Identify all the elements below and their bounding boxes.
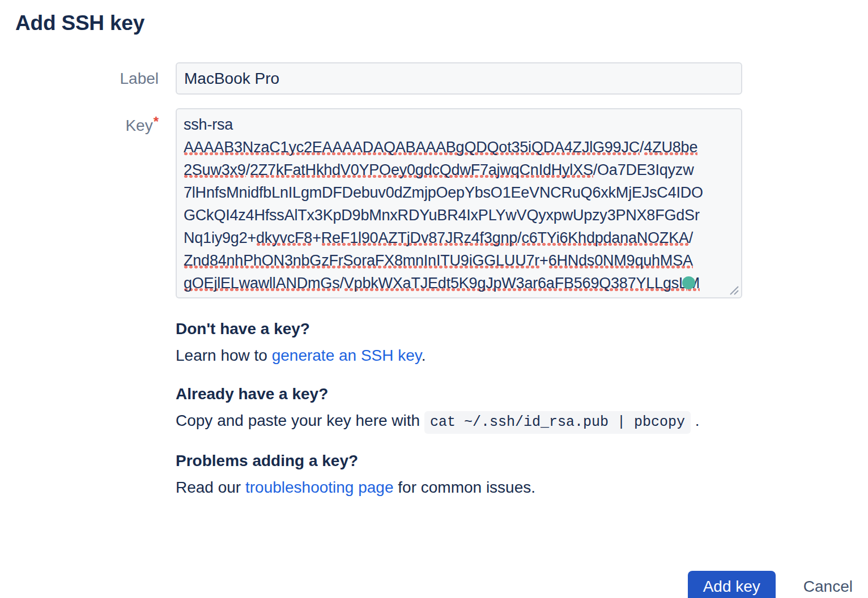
help-paragraph: Learn how to generate an SSH key. [176,344,853,367]
help-text: for common issues. [394,479,536,496]
key-text-misspelled: VpbkWXaTJEdt5K9gJpW3ar6aFB569Q387YLLgsL [344,275,687,292]
help-text: Read our [176,479,245,496]
add-ssh-key-page: Add SSH key Label Key* ssh-rsaAAAAB3NzaC… [0,0,868,598]
key-text: 7lHnfsMnidfbLnILgmDFDebuv0dZmjpOepYbsO1E… [184,184,703,201]
help-heading: Already have a key? [176,384,853,404]
key-text: ssh-rsa [184,116,233,133]
key-text: Nq1iy9g2+ [184,229,256,246]
generate-ssh-key-link[interactable]: generate an SSH key [272,347,422,364]
key-line: 2Suw3x9/2Z7kFatHkhdV0YPOey0gdcQdwF7ajwqC… [184,159,734,181]
key-text-misspelled: 6HNds0NM9quhMSA [548,252,693,269]
required-asterisk: * [154,114,159,129]
help-text: . [422,347,426,364]
key-text: /Oa7DE3Iqyzw [593,161,694,178]
key-text-misspelled: ReF1l90AZTjDv87JRz4f3gnp [321,229,517,246]
resize-handle-icon[interactable] [727,284,740,296]
key-textarea[interactable]: ssh-rsaAAAAB3NzaC1yc2EAAAADAQABAAABgQDQo… [176,108,742,298]
help-sections: Don't have a key?Learn how to generate a… [176,319,853,499]
key-text: / [339,275,343,292]
key-line: AAAAB3NzaC1yc2EAAAADAQABAAABgQDQot35iQDA… [184,136,734,159]
key-line: ssh-rsa [184,113,734,136]
form-actions: Add key Cancel [15,571,853,598]
key-text-misspelled: c6TYi6KhdpdanaNOZKA [521,229,688,246]
page-title: Add SSH key [15,11,853,35]
help-text: . [691,412,700,429]
help-paragraph: Read our troubleshooting page for common… [176,476,853,499]
key-field-label-text: Key [125,117,152,134]
help-text: Learn how to [176,347,272,364]
key-text-misspelled: 2Z7kFatHkhdV0YPOey0gdcQdwF7ajwqCnIdHylXS [250,161,593,178]
add-key-button[interactable]: Add key [688,571,776,598]
label-field-label: Label [15,69,159,88]
key-field-label: Key* [15,108,159,135]
key-text-misspelled: dkyvcF8 [256,229,312,246]
pbcopy-command-code: cat ~/.ssh/id_rsa.pub | pbcopy [424,411,691,434]
key-text-misspelled: gOEjlELwawllANDmGs [184,275,339,292]
key-line: Znd84nhPhON3nbGzFrSoraFX8mnInITU9iGGLUU7… [184,249,734,272]
key-text: + [539,252,548,269]
key-line: gOEjlELwawllANDmGs/VpbkWXaTJEdt5K9gJpW3a… [184,272,734,294]
key-text: / [689,229,693,246]
help-paragraph: Copy and paste your key here with cat ~/… [176,409,853,434]
key-text: / [246,161,250,178]
key-text-misspelled: Znd84nhPhON3nbGzFrSoraFX8mnInITU9iGGLUU7… [184,252,539,269]
key-content: ssh-rsaAAAAB3NzaC1yc2EAAAADAQABAAABgQDQo… [184,113,734,294]
label-field-row: Label [15,62,853,95]
key-text-misspelled: 4ZU8be [644,139,697,156]
key-field-row: Key* ssh-rsaAAAAB3NzaC1yc2EAAAADAQABAAAB… [15,108,853,298]
key-line: Nq1iy9g2+dkyvcF8+ReF1l90AZTjDv87JRz4f3gn… [184,227,734,249]
troubleshooting-page-link[interactable]: troubleshooting page [245,479,394,496]
key-text-misspelled: AAAAB3NzaC1yc2EAAAADAQABAAABgQDQot35iQDA… [184,139,640,156]
presence-dot-icon [682,276,695,289]
help-text: Copy and paste your key here with [176,412,424,429]
key-text: + [312,229,321,246]
key-text: GCkQI4z4HfssAlTx3KpD9bMnxRDYuBR4IxPLYwVQ… [184,207,700,224]
key-text-misspelled: 2Suw3x9 [184,161,246,178]
help-heading: Problems adding a key? [176,451,853,471]
help-heading: Don't have a key? [176,319,853,339]
label-input[interactable] [176,62,742,95]
cancel-link[interactable]: Cancel [803,578,853,596]
key-line: 7lHnfsMnidfbLnILgmDFDebuv0dZmjpOepYbsO1E… [184,181,734,204]
ssh-key-form: Label Key* ssh-rsaAAAAB3NzaC1yc2EAAAADAQ… [15,62,853,298]
key-line: GCkQI4z4HfssAlTx3KpD9bMnxRDYuBR4IxPLYwVQ… [184,204,734,227]
